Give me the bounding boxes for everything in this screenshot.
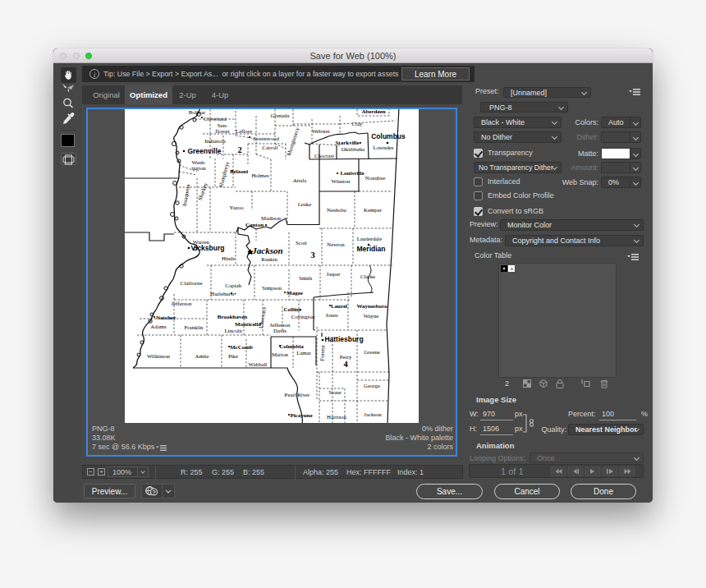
svg-text:ington: ington (191, 165, 206, 171)
svg-text:2: 2 (237, 145, 241, 154)
svg-text:Lamar: Lamar (296, 350, 311, 356)
svg-text:Choctaw: Choctaw (314, 153, 334, 158)
svg-text:Jackson: Jackson (364, 411, 382, 417)
svg-text:Starkville: Starkville (335, 140, 359, 146)
svg-text:Greene: Greene (364, 349, 380, 355)
svg-text:Louisville: Louisville (340, 170, 364, 177)
svg-text:3: 3 (310, 250, 314, 260)
svg-text:Brookhaven: Brookhaven (218, 314, 248, 320)
svg-text:Jones: Jones (325, 312, 337, 318)
svg-text:Vicksburg: Vicksburg (191, 244, 225, 252)
svg-text:Winston: Winston (332, 178, 351, 184)
svg-text:Hattiesburg: Hattiesburg (324, 335, 363, 343)
svg-text:Leflore: Leflore (236, 128, 252, 134)
svg-text:Sharkey: Sharkey (197, 181, 209, 201)
svg-text:Wayne: Wayne (364, 313, 379, 319)
svg-text:Wash-: Wash- (191, 159, 206, 165)
svg-text:Magee: Magee (287, 290, 303, 296)
svg-text:Greenville: Greenville (187, 147, 221, 155)
svg-text:Leake: Leake (298, 201, 312, 207)
svg-text:Natchez: Natchez (156, 315, 176, 321)
svg-text:Lincoln: Lincoln (224, 328, 242, 333)
svg-text:Meridian: Meridian (357, 245, 386, 253)
svg-text:Aberdeen: Aberdeen (361, 109, 385, 115)
svg-text:Holmes: Holmes (251, 172, 268, 178)
svg-text:Columbia: Columbia (279, 343, 304, 350)
svg-text:Cleveland: Cleveland (204, 116, 227, 122)
svg-text:Grenada: Grenada (270, 113, 289, 118)
svg-text:Clay: Clay (352, 121, 363, 126)
svg-text:Waynesboro: Waynesboro (356, 303, 387, 310)
svg-text:Kemper: Kemper (364, 207, 383, 213)
svg-text:Lowndes: Lowndes (374, 145, 394, 150)
svg-text:Stone: Stone (328, 389, 341, 395)
svg-text:Neshoba: Neshoba (327, 207, 346, 213)
svg-text:Davis: Davis (273, 328, 287, 333)
svg-text:Attala: Attala (293, 177, 307, 183)
svg-text:Rankin: Rankin (261, 256, 277, 262)
svg-text:Jefferson: Jefferson (270, 322, 291, 328)
svg-text:Covington: Covington (291, 314, 315, 319)
svg-text:Monticello: Monticello (235, 321, 261, 328)
svg-text:Carroll: Carroll (262, 145, 277, 150)
svg-text:Madison: Madison (261, 215, 281, 221)
svg-text:Amite: Amite (195, 353, 209, 359)
svg-text:Greenwood: Greenwood (253, 136, 279, 141)
svg-text:Lauderdale: Lauderdale (357, 236, 383, 241)
svg-text:Claiborne: Claiborne (181, 280, 203, 286)
svg-text:Walthall: Walthall (249, 361, 268, 367)
svg-text:Humphreys: Humphreys (218, 161, 230, 188)
svg-text:Simpson: Simpson (262, 285, 282, 291)
svg-text:Canton: Canton (245, 222, 264, 228)
svg-text:Wilkinson: Wilkinson (147, 353, 171, 359)
svg-text:Pike: Pike (228, 353, 238, 359)
svg-text:Bolivar: Bolivar (189, 109, 206, 115)
svg-text:Noxubee: Noxubee (365, 175, 386, 181)
svg-text:McComb: McComb (230, 344, 253, 351)
svg-text:Jasper: Jasper (327, 271, 342, 277)
svg-text:Oktibbeha: Oktibbeha (342, 146, 364, 152)
svg-text:Copiah: Copiah (225, 283, 241, 288)
svg-text:Perry: Perry (340, 354, 352, 360)
svg-text:Scott: Scott (296, 240, 307, 246)
svg-text:Montgomery: Montgomery (286, 126, 300, 156)
svg-text:George: George (364, 383, 380, 388)
svg-text:Columbus: Columbus (371, 132, 406, 140)
svg-text:Sun-: Sun- (218, 122, 229, 128)
svg-text:Indianola: Indianola (204, 138, 226, 144)
svg-text:Yazoo: Yazoo (229, 204, 244, 210)
svg-text:Forrest: Forrest (319, 345, 326, 361)
svg-text:Adams: Adams (150, 324, 167, 329)
svg-text:Hazlehurst•: Hazlehurst• (210, 291, 236, 296)
svg-text:Newton: Newton (327, 241, 345, 247)
svg-text:Franklin: Franklin (184, 324, 204, 330)
svg-text:?: ? (152, 489, 156, 496)
svg-text:4: 4 (343, 360, 348, 369)
svg-text:Hinds: Hinds (222, 255, 236, 261)
svg-text:Picayune: Picayune (290, 412, 312, 419)
svg-text:Jackson: Jackson (251, 246, 282, 255)
svg-text:Smith: Smith (299, 275, 313, 281)
svg-text:Clarke: Clarke (360, 273, 375, 279)
svg-text:Pearl River: Pearl River (285, 392, 311, 397)
svg-text:Laurel: Laurel (331, 303, 347, 310)
svg-text:flower: flower (215, 128, 230, 134)
svg-text:Jefferson: Jefferson (172, 301, 192, 306)
svg-text:Marion: Marion (272, 351, 289, 357)
svg-text:Issaquena: Issaquena (181, 184, 191, 207)
svg-text:Webster: Webster (312, 128, 331, 134)
svg-text:Collins: Collins (283, 306, 300, 313)
svg-text:Harrison: Harrison (327, 414, 346, 420)
